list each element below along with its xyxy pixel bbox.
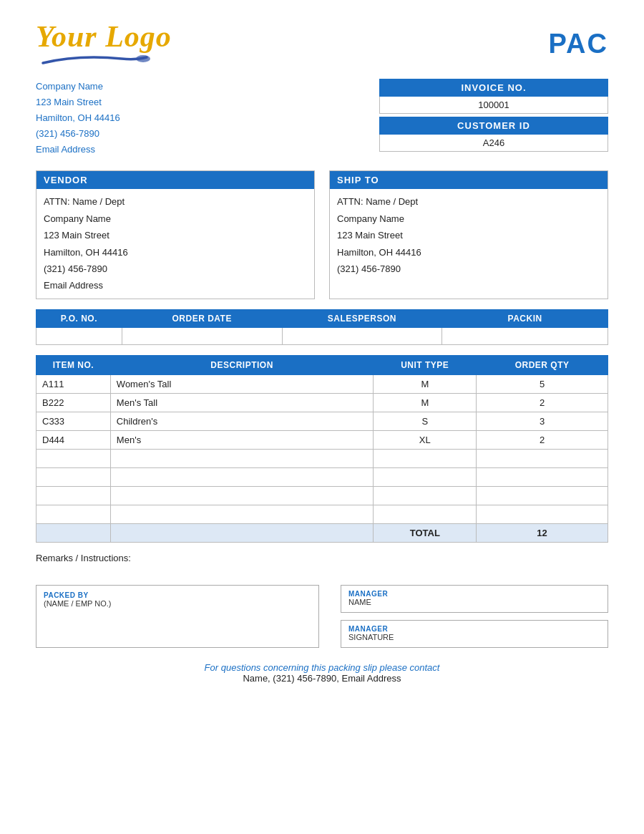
vendor-body: ATTN: Name / Dept Company Name 123 Main … <box>36 189 314 298</box>
manager-sig-label: MANAGER <box>348 625 600 633</box>
item-desc-cell: Women's Tall <box>110 374 374 393</box>
item-qty-cell: 2 <box>477 430 608 449</box>
item-qty-cell <box>477 467 608 486</box>
item-unit-cell <box>374 486 477 505</box>
item-row <box>36 486 608 505</box>
po-table: P.O. NO. ORDER DATE SALESPERSON PACKIN <box>36 309 608 345</box>
page-header: Your Logo PAC <box>36 21 608 66</box>
remarks: Remarks / Instructions: <box>36 553 608 563</box>
info-row: Company Name 123 Main Street Hamilton, O… <box>36 79 608 157</box>
po-sales-cell <box>282 327 442 344</box>
po-col-1-header: P.O. NO. <box>36 309 122 327</box>
item-qty-cell: 3 <box>477 412 608 430</box>
invoice-no-value: 100001 <box>379 97 608 114</box>
item-no-cell: A111 <box>36 374 111 393</box>
ship-to-box: SHIP TO ATTN: Name / Dept Company Name 1… <box>329 170 608 299</box>
item-no-cell <box>36 467 111 486</box>
col-unit-header: UNIT TYPE <box>374 355 477 374</box>
vendor-phone: (321) 456-7890 <box>44 261 307 277</box>
items-table: ITEM NO. DESCRIPTION UNIT TYPE ORDER QTY… <box>36 355 608 543</box>
item-row <box>36 449 608 467</box>
vendor-ship-row: VENDOR ATTN: Name / Dept Company Name 12… <box>36 170 608 299</box>
ship-address: 123 Main Street <box>337 227 600 243</box>
vendor-email: Email Address <box>44 277 307 294</box>
manager-box: MANAGER NAME MANAGER SIGNATURE <box>341 585 608 648</box>
item-no-cell <box>36 486 111 505</box>
item-desc-cell: Men's Tall <box>110 393 374 412</box>
pac-title: PAC <box>549 29 608 59</box>
items-header-row: ITEM NO. DESCRIPTION UNIT TYPE ORDER QTY <box>36 355 608 374</box>
po-no-cell <box>36 327 122 344</box>
item-unit-cell <box>374 467 477 486</box>
vendor-address: 123 Main Street <box>44 227 307 243</box>
company-email: Email Address <box>36 142 120 157</box>
manager-name-box: MANAGER NAME <box>341 585 608 613</box>
item-desc-cell <box>110 449 374 467</box>
item-desc-cell: Children's <box>110 412 374 430</box>
item-no-cell: C333 <box>36 412 111 430</box>
item-unit-cell <box>374 505 477 523</box>
item-row <box>36 505 608 523</box>
po-col-3-header: SALESPERSON <box>282 309 442 327</box>
company-name: Company Name <box>36 79 120 94</box>
company-phone: (321) 456-7890 <box>36 126 120 142</box>
col-item-header: ITEM NO. <box>36 355 111 374</box>
col-qty-header: ORDER QTY <box>477 355 608 374</box>
ship-company: Company Name <box>337 210 600 227</box>
item-qty-cell: 2 <box>477 393 608 412</box>
item-unit-cell: M <box>374 393 477 412</box>
footer: For questions concerning this packing sl… <box>36 662 608 684</box>
total-value: 12 <box>477 523 608 542</box>
company-city: Hamilton, OH 44416 <box>36 110 120 126</box>
total-empty-1 <box>36 523 111 542</box>
item-no-cell <box>36 449 111 467</box>
vendor-company: Company Name <box>44 210 307 227</box>
customer-id-value: A246 <box>379 135 608 152</box>
item-qty-cell <box>477 505 608 523</box>
item-qty-cell <box>477 486 608 505</box>
item-row: B222Men's TallM2 <box>36 393 608 412</box>
logo-swoosh <box>36 53 150 66</box>
item-qty-cell: 5 <box>477 374 608 393</box>
vendor-attn: ATTN: Name / Dept <box>44 193 307 210</box>
vendor-city: Hamilton, OH 44416 <box>44 244 307 261</box>
packed-by-sub: (NAME / EMP NO.) <box>44 599 311 609</box>
footer-italic: For questions concerning this packing sl… <box>36 662 608 673</box>
manager-name-value: NAME <box>348 598 600 608</box>
manager-sig-value: SIGNATURE <box>348 633 600 643</box>
total-empty-2 <box>110 523 374 542</box>
item-unit-cell <box>374 449 477 467</box>
svg-point-0 <box>136 55 150 62</box>
vendor-box: VENDOR ATTN: Name / Dept Company Name 12… <box>36 170 315 299</box>
ship-phone: (321) 456-7890 <box>337 261 600 277</box>
signature-area: PACKED BY (NAME / EMP NO.) MANAGER NAME … <box>36 585 608 648</box>
company-info: Company Name 123 Main Street Hamilton, O… <box>36 79 120 157</box>
total-label: TOTAL <box>374 523 477 542</box>
item-unit-cell: XL <box>374 430 477 449</box>
company-address: 123 Main Street <box>36 94 120 110</box>
ship-to-header: SHIP TO <box>330 171 608 189</box>
invoice-info: INVOICE NO. 100001 CUSTOMER ID A246 <box>379 79 608 157</box>
po-col-2-header: ORDER DATE <box>122 309 282 327</box>
item-no-cell: B222 <box>36 393 111 412</box>
footer-normal: Name, (321) 456-7890, Email Address <box>36 673 608 684</box>
item-row: C333Children'sS3 <box>36 412 608 430</box>
item-unit-cell: S <box>374 412 477 430</box>
po-pack-cell <box>442 327 608 344</box>
ship-to-body: ATTN: Name / Dept Company Name 123 Main … <box>330 189 608 281</box>
item-desc-cell: Men's <box>110 430 374 449</box>
item-no-cell <box>36 505 111 523</box>
ship-attn: ATTN: Name / Dept <box>337 193 600 210</box>
item-row <box>36 467 608 486</box>
logo-area: Your Logo <box>36 21 172 66</box>
remarks-label: Remarks / Instructions: <box>36 553 131 563</box>
logo-text: Your Logo <box>36 21 172 52</box>
item-row: A111Women's TallM5 <box>36 374 608 393</box>
item-desc-cell <box>110 486 374 505</box>
manager-name-label: MANAGER <box>348 590 600 598</box>
manager-sig-box: MANAGER SIGNATURE <box>341 620 608 648</box>
col-desc-header: DESCRIPTION <box>110 355 374 374</box>
packed-by-box: PACKED BY (NAME / EMP NO.) <box>36 585 319 648</box>
customer-id-label: CUSTOMER ID <box>379 117 608 135</box>
po-data-row <box>36 327 608 344</box>
